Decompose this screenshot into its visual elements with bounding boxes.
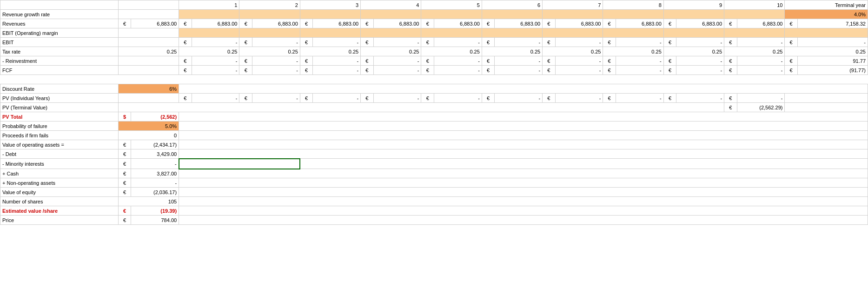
discount-rate-input[interactable]: 6% <box>118 84 179 94</box>
rev-cur-t: € <box>785 19 797 28</box>
reinv-val-6: - <box>495 56 543 66</box>
pv-ind-val-2: - <box>252 94 300 103</box>
fcf-cur-6: € <box>482 66 494 75</box>
prob-failure-row: Probability of failure 5.0% <box>0 122 868 131</box>
tax-rate-5: 0.25 <box>421 47 482 56</box>
reinv-val-4: - <box>373 56 421 66</box>
col-header-5: 5 <box>421 0 482 10</box>
pv-ind-cur-5: € <box>421 94 434 103</box>
rev-val-1: 6,883.00 <box>192 19 239 28</box>
fcf-val-7: - <box>555 66 603 75</box>
tax-rate-row: Tax rate 0.25 0.25 0.25 0.25 0.25 0.25 0… <box>0 47 868 56</box>
fcf-cur-t: € <box>785 66 797 75</box>
pv-ind-val-7: - <box>555 94 603 103</box>
value-equity-label: Value of equity <box>0 188 119 197</box>
fcf-cur-8: € <box>603 66 616 75</box>
fcf-val-1: - <box>192 66 239 75</box>
num-shares-label: Number of shares <box>0 197 119 206</box>
ebit-margin-3 <box>300 28 360 38</box>
pv-ind-val-5: - <box>434 94 482 103</box>
reinv-cur-4: € <box>361 56 373 66</box>
num-shares-val: 105 <box>118 197 179 206</box>
header-row: 1 2 3 4 5 6 7 8 9 10 Terminal year <box>0 0 868 10</box>
reinv-val-8: - <box>616 56 663 66</box>
fcf-cur-3: € <box>300 66 312 75</box>
col-header-1: 1 <box>179 0 239 10</box>
discount-rate-row: Discount Rate 6% <box>0 84 868 94</box>
ebit-cur-7: € <box>543 38 555 47</box>
tax-rate-10: 0.25 <box>724 47 785 56</box>
pv-ind-val-9: - <box>676 94 724 103</box>
ebit-cur-4: € <box>361 38 373 47</box>
reinv-val-9: - <box>676 56 724 66</box>
revenue-growth-label: Revenue growth rate <box>0 10 119 19</box>
col-header-3: 3 <box>300 0 360 10</box>
col-header-8: 8 <box>603 0 663 10</box>
cash-row: + Cash € 3,827.00 <box>0 169 868 178</box>
value-op-assets-val: (2,434.17) <box>131 140 179 149</box>
ebit-val-10: - <box>737 38 785 47</box>
price-empty <box>179 216 868 225</box>
est-value-val: (19.39) <box>131 206 179 216</box>
pv-terminal-row: PV (Terminal Value) € (2,562.29) <box>0 103 868 112</box>
tax-rate-3: 0.25 <box>300 47 360 56</box>
non-op-cur: € <box>118 178 131 188</box>
pv-individual-label: PV (Individual Years) <box>0 94 119 103</box>
fcf-val-9: - <box>676 66 724 75</box>
pv-ind-val-10: - <box>737 94 785 103</box>
pv-ind-val-3: - <box>313 94 361 103</box>
value-equity-row: Value of equity € (2,036.17) <box>0 188 868 197</box>
debt-cur: € <box>118 149 131 159</box>
pv-total-row: PV Total $ (2,562) <box>0 112 868 122</box>
cash-label: + Cash <box>0 169 119 178</box>
num-shares-row: Number of shares 105 <box>0 197 868 206</box>
ebit-val-4: - <box>373 38 421 47</box>
reinv-val-t: 91.77 <box>797 56 868 66</box>
debt-val: 3,429.00 <box>131 149 179 159</box>
reinv-base <box>118 56 179 66</box>
prob-failure-empty <box>179 122 868 131</box>
ebit-cur-1: € <box>179 38 192 47</box>
fcf-val-10: - <box>737 66 785 75</box>
ebit-row: EBIT € - € - € - € - € - € - € - € - € -… <box>0 38 868 47</box>
revenues-base-val: 6,883.00 <box>131 19 179 28</box>
green-box[interactable] <box>179 159 300 169</box>
spacer-row <box>0 75 868 84</box>
tax-rate-9: 0.25 <box>663 47 724 56</box>
ebit-cur-10: € <box>724 38 737 47</box>
est-value-cur: € <box>118 206 131 216</box>
ebit-val-2: - <box>252 38 300 47</box>
reinv-cur-6: € <box>482 56 494 66</box>
prob-failure-input[interactable]: 5.0% <box>118 122 179 131</box>
ebit-margin-2 <box>239 28 300 38</box>
ebit-val-1: - <box>192 38 239 47</box>
ebit-val-t: - <box>797 38 868 47</box>
non-op-label: + Non-operating assets <box>0 178 119 188</box>
fcf-val-5: - <box>434 66 482 75</box>
debt-empty <box>179 149 868 159</box>
minority-row: - Minority interests € - <box>0 159 868 169</box>
reinv-cur-10: € <box>724 56 737 66</box>
fcf-cur-4: € <box>361 66 373 75</box>
pv-ind-t <box>785 94 868 103</box>
value-equity-cur: € <box>118 188 131 197</box>
reinvestment-row: - Reinvestment € - € - € - € - € - € - €… <box>0 56 868 66</box>
col-header-9: 9 <box>663 0 724 10</box>
rev-cur-10: € <box>724 19 737 28</box>
reinv-cur-9: € <box>663 56 676 66</box>
pv-ind-cur-9: € <box>663 94 676 103</box>
proceeds-label: Proceeds if firm fails <box>0 131 119 140</box>
pv-ind-cur-4: € <box>361 94 373 103</box>
revenue-growth-7 <box>543 10 603 19</box>
rev-val-10: 6,883.00 <box>737 19 785 28</box>
revenue-growth-5 <box>421 10 482 19</box>
fcf-base <box>118 66 179 75</box>
ebit-label: EBIT <box>0 38 119 47</box>
revenues-currency-base: € <box>118 19 131 28</box>
reinv-cur-2: € <box>239 56 252 66</box>
ebit-val-7: - <box>555 38 603 47</box>
pv-total-empty <box>179 112 868 122</box>
rev-cur-4: € <box>361 19 373 28</box>
rev-cur-5: € <box>421 19 434 28</box>
pv-ind-cur-8: € <box>603 94 616 103</box>
